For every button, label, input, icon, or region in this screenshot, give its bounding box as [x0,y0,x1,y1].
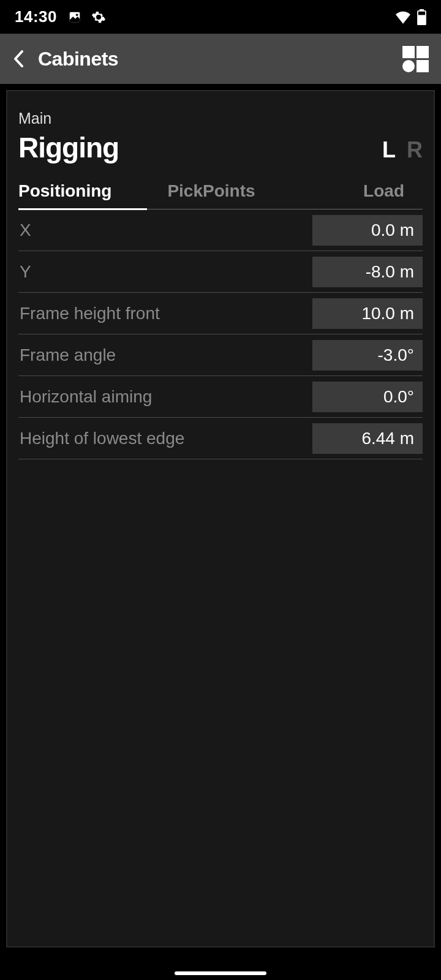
lr-right-button[interactable]: R [407,137,423,163]
battery-icon [417,9,426,25]
param-label: Horizontal aiming [18,387,312,407]
panel: Main Rigging L R Positioning PickPoints … [6,90,435,948]
page-title: Rigging [18,131,119,164]
lr-toggle: L R [382,137,423,163]
param-row-horizontal-aiming: Horizontal aiming 0.0° [18,376,423,418]
param-row-frame-angle: Frame angle -3.0° [18,334,423,376]
param-label: Height of lowest edge [18,429,312,448]
param-value-frame-angle[interactable]: -3.0° [312,340,423,371]
svg-point-1 [76,13,78,16]
tab-load[interactable]: Load [276,181,423,209]
clock: 14:30 [15,7,57,26]
app-bar: Cabinets [0,34,441,84]
param-label: Frame angle [18,345,312,365]
parameter-list: X 0.0 m Y -8.0 m Frame height front 10.0… [18,209,423,459]
param-label: Y [18,262,312,282]
param-row-y: Y -8.0 m [18,251,423,293]
lr-left-button[interactable]: L [382,137,396,163]
param-row-lowest-edge: Height of lowest edge 6.44 m [18,418,423,459]
home-indicator[interactable] [175,971,266,975]
tabs: Positioning PickPoints Load [18,181,423,209]
param-value-lowest-edge[interactable]: 6.44 m [312,423,423,454]
param-label: Frame height front [18,304,312,323]
wifi-icon [395,10,411,24]
svg-rect-2 [420,9,424,10]
status-bar: 14:30 [0,0,441,34]
tab-positioning[interactable]: Positioning [18,181,147,210]
param-row-frame-height: Frame height front 10.0 m [18,293,423,334]
breadcrumb: Main [18,110,423,127]
apps-icon[interactable] [402,46,429,72]
param-value-frame-height[interactable]: 10.0 m [312,298,423,329]
tab-pickpoints[interactable]: PickPoints [147,181,276,209]
param-value-x[interactable]: 0.0 m [312,215,423,246]
param-row-x: X 0.0 m [18,209,423,251]
gear-icon [91,10,106,24]
svg-rect-4 [418,15,426,24]
appbar-title: Cabinets [38,48,118,70]
param-label: X [18,221,312,240]
gallery-icon [68,10,81,24]
back-icon[interactable] [12,48,24,69]
param-value-y[interactable]: -8.0 m [312,257,423,287]
param-value-horizontal-aiming[interactable]: 0.0° [312,382,423,412]
